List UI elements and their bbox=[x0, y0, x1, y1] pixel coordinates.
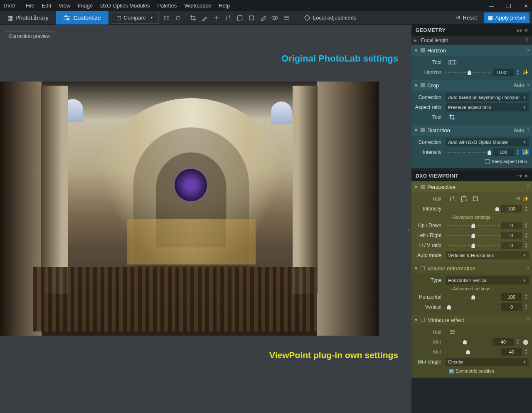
distortion-enable-checkbox[interactable] bbox=[421, 128, 425, 132]
perspective-wand-icon[interactable]: ✨ bbox=[522, 196, 529, 202]
horizon-wand-icon[interactable]: ✨ bbox=[522, 69, 529, 75]
distortion-correction-dropdown[interactable]: Auto with DxO Optics Module bbox=[446, 138, 529, 146]
volume-header[interactable]: ▼ Volume deformation ? bbox=[411, 263, 532, 274]
crop-enable-checkbox[interactable] bbox=[421, 83, 425, 87]
leftright-slider[interactable] bbox=[446, 232, 500, 239]
volume-horiz-slider[interactable] bbox=[446, 294, 500, 300]
stepper-icon[interactable]: ▲▼ bbox=[515, 149, 520, 156]
automode-dropdown[interactable]: Verticals & Horizontals bbox=[446, 251, 529, 260]
help-icon[interactable]: ? bbox=[527, 82, 530, 89]
horizon-slider[interactable] bbox=[446, 69, 491, 76]
palette-close-icon[interactable]: ✕ bbox=[524, 28, 528, 33]
view-single-icon[interactable]: ▯▯ bbox=[163, 14, 170, 22]
perspective-reset-icon[interactable]: ⟲ bbox=[516, 196, 520, 202]
perspective-rect-icon[interactable] bbox=[460, 195, 468, 203]
hv-value[interactable]: 0 bbox=[501, 242, 522, 249]
tab-photolibrary[interactable]: ▦ PhotoLibrary bbox=[0, 11, 56, 25]
horizon-value[interactable]: 0.00 ° bbox=[493, 69, 514, 76]
panel-expand-handle[interactable]: › bbox=[406, 219, 411, 240]
menu-help[interactable]: Help bbox=[219, 2, 230, 9]
distortion-wand-icon[interactable]: ✨ bbox=[522, 149, 529, 155]
help-icon[interactable]: ? bbox=[527, 127, 530, 134]
menu-optics[interactable]: DxO Optics Modules bbox=[100, 2, 150, 9]
menu-edit[interactable]: Edit bbox=[42, 2, 51, 9]
palette-menu-icon[interactable]: ≡▾ bbox=[517, 173, 522, 179]
crop-tool-icon[interactable] bbox=[448, 114, 456, 121]
crop-tool-icon[interactable] bbox=[190, 14, 197, 22]
distortion-intensity-slider[interactable] bbox=[446, 149, 491, 156]
perspective-8pt-icon[interactable] bbox=[248, 14, 255, 22]
volume-vert-slider[interactable] bbox=[446, 304, 500, 310]
menu-file[interactable]: File bbox=[26, 2, 34, 9]
picker-icon[interactable] bbox=[201, 14, 209, 22]
close-icon[interactable]: ✕ bbox=[524, 3, 529, 8]
blur-shape-dropdown[interactable]: Circular bbox=[446, 358, 529, 366]
volume-enable-checkbox[interactable] bbox=[421, 266, 425, 270]
horizon-tool-icon[interactable] bbox=[448, 59, 456, 66]
hv-slider[interactable] bbox=[446, 242, 500, 249]
crop-auto-label[interactable]: Auto bbox=[514, 82, 524, 88]
stepper-icon[interactable]: ▲▼ bbox=[524, 294, 529, 300]
miniature-header[interactable]: ▼ Miniature effect ? bbox=[411, 314, 532, 325]
menu-workspace[interactable]: Workspace bbox=[184, 2, 211, 9]
stepper-icon[interactable]: ▲▼ bbox=[524, 222, 529, 229]
horizon-enable-checkbox[interactable] bbox=[421, 48, 425, 52]
perspective-enable-checkbox[interactable] bbox=[421, 185, 425, 189]
blur1-value[interactable]: 40 bbox=[493, 338, 514, 346]
miniature-tool-icon[interactable] bbox=[448, 328, 456, 336]
crop-header[interactable]: ▼ Crop Auto ? bbox=[411, 80, 532, 91]
viewpoint-palette-header[interactable]: DXO VIEWPOINT ≡▾ ✕ bbox=[411, 171, 532, 181]
stepper-icon[interactable]: ▲▼ bbox=[515, 339, 520, 345]
updown-slider[interactable] bbox=[446, 222, 500, 229]
distortion-header[interactable]: ▼ Distortion Auto ? bbox=[411, 125, 532, 136]
keep-aspect-checkbox[interactable] bbox=[485, 159, 490, 164]
view-split-icon[interactable]: ▢ bbox=[175, 14, 182, 22]
eye-icon[interactable] bbox=[271, 14, 278, 22]
help-icon[interactable]: ? bbox=[527, 317, 530, 323]
distortion-intensity-value[interactable]: 100 bbox=[493, 148, 514, 156]
volume-vert-value[interactable]: 0 bbox=[501, 303, 522, 311]
volume-horiz-value[interactable]: 100 bbox=[501, 293, 522, 301]
help-icon[interactable]: ? bbox=[527, 184, 530, 190]
blur2-value[interactable]: 40 bbox=[501, 348, 522, 356]
blur2-slider[interactable] bbox=[446, 349, 500, 355]
crop-correction-dropdown[interactable]: Auto based on keystoning / horizon bbox=[446, 93, 529, 101]
compare-button[interactable]: ◫ Compare ▼ bbox=[111, 12, 159, 24]
miniature-enable-checkbox[interactable] bbox=[421, 318, 425, 322]
blur-link-icon[interactable]: ⬤ bbox=[522, 339, 529, 345]
reset-button[interactable]: ↺ Reset bbox=[452, 12, 481, 23]
menu-image[interactable]: Image bbox=[78, 2, 93, 9]
perspective-verticals-icon[interactable] bbox=[448, 195, 456, 203]
maximize-icon[interactable]: ❐ bbox=[506, 3, 511, 8]
updown-value[interactable]: 0 bbox=[501, 222, 522, 229]
menu-palettes[interactable]: Palettes bbox=[157, 2, 177, 9]
perspective-8pt-icon[interactable] bbox=[471, 195, 480, 203]
menu-view[interactable]: View bbox=[59, 2, 70, 9]
geometry-palette-header[interactable]: GEOMETRY ≡▾ ✕ bbox=[411, 25, 532, 36]
palette-menu-icon[interactable]: ≡▾ bbox=[517, 28, 522, 33]
perspective-vert-icon[interactable] bbox=[224, 14, 232, 22]
palette-close-icon[interactable]: ✕ bbox=[524, 173, 528, 179]
focal-length-header[interactable]: ▶ Focal length ? bbox=[411, 36, 532, 45]
help-icon[interactable]: ? bbox=[525, 37, 528, 43]
blur1-slider[interactable] bbox=[446, 339, 491, 345]
eraser-icon[interactable] bbox=[259, 14, 267, 22]
horizon-tool-icon[interactable] bbox=[213, 14, 220, 22]
stepper-icon[interactable]: ▲▼ bbox=[524, 232, 529, 239]
correction-preview-button[interactable]: Correction preview bbox=[5, 31, 54, 41]
perspective-intensity-value[interactable]: 100 bbox=[501, 205, 522, 213]
symmetric-checkbox[interactable] bbox=[449, 369, 454, 373]
stepper-icon[interactable]: ▲▼ bbox=[524, 304, 529, 310]
perspective-rect-icon[interactable] bbox=[236, 14, 244, 22]
stepper-icon[interactable]: ▲▼ bbox=[515, 69, 520, 76]
perspective-intensity-slider[interactable] bbox=[446, 205, 500, 212]
horizon-header[interactable]: ▼ Horizon ? bbox=[411, 45, 532, 56]
miniature-icon[interactable] bbox=[283, 14, 290, 22]
minimize-icon[interactable]: — bbox=[489, 3, 494, 8]
crop-aspect-dropdown[interactable]: Preserve aspect ratio bbox=[446, 103, 529, 111]
help-icon[interactable]: ? bbox=[527, 47, 530, 54]
stepper-icon[interactable]: ▲▼ bbox=[524, 349, 529, 355]
leftright-value[interactable]: 0 bbox=[501, 232, 522, 239]
volume-type-dropdown[interactable]: Horizontal / Vertical bbox=[446, 276, 529, 284]
distortion-auto-label[interactable]: Auto bbox=[514, 127, 524, 133]
